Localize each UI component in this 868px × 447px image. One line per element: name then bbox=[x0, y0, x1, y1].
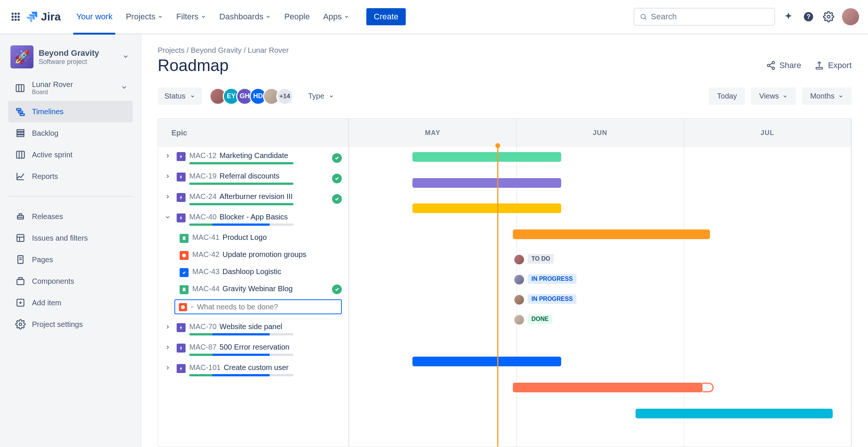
child-row[interactable]: MAC-44 Gravity Webinar Blog bbox=[158, 280, 348, 297]
breadcrumb[interactable]: Projects / Beyond Gravity / Lunar Rover bbox=[158, 46, 852, 55]
timeline-bar[interactable] bbox=[412, 152, 561, 162]
epic-row[interactable]: MAC-70 Website side panel bbox=[158, 318, 348, 338]
issue-key[interactable]: MAC-40 bbox=[189, 213, 216, 221]
issue-key[interactable]: MAC-70 bbox=[189, 322, 216, 331]
svg-rect-22 bbox=[17, 135, 24, 137]
epic-row[interactable]: MAC-19 Referral discounts bbox=[158, 167, 348, 188]
search-icon bbox=[640, 13, 647, 21]
story-icon bbox=[180, 234, 189, 243]
app-switcher-icon[interactable] bbox=[9, 10, 22, 23]
sidebar-components[interactable]: Components bbox=[8, 270, 133, 292]
chevron-down-icon bbox=[158, 14, 163, 19]
sidebar-releases[interactable]: Releases bbox=[8, 206, 133, 227]
assignee-avatar[interactable] bbox=[514, 255, 524, 264]
share-button[interactable]: Share bbox=[766, 61, 801, 70]
avatar-more[interactable]: +14 bbox=[276, 88, 293, 105]
epic-row[interactable]: MAC-101 Create custom user bbox=[158, 359, 348, 379]
epic-row[interactable]: MAC-12 Marketing Candidate bbox=[158, 147, 348, 167]
sidebar-active-sprint[interactable]: Active sprint bbox=[8, 144, 133, 165]
expand-chevron-icon[interactable] bbox=[165, 365, 173, 372]
done-check-icon bbox=[332, 194, 342, 204]
settings-icon[interactable] bbox=[822, 10, 835, 23]
expand-chevron-icon[interactable] bbox=[165, 344, 173, 351]
inline-create-input[interactable] bbox=[197, 303, 337, 311]
sidebar-reports[interactable]: Reports bbox=[8, 165, 133, 187]
sidebar-add-item[interactable]: Add item bbox=[8, 292, 133, 313]
sidebar-project-settings[interactable]: Project settings bbox=[8, 313, 133, 335]
create-button[interactable]: Create bbox=[366, 8, 406, 25]
expand-chevron-icon[interactable] bbox=[165, 214, 173, 221]
epic-row[interactable]: MAC-24 Afterburner revision III bbox=[158, 188, 348, 208]
issue-key[interactable]: MAC-44 bbox=[192, 284, 219, 293]
inline-create[interactable] bbox=[174, 299, 342, 314]
assignee-avatar[interactable] bbox=[514, 275, 524, 284]
sidebar-timelines[interactable]: Timelines bbox=[8, 101, 133, 122]
progress-bar bbox=[189, 354, 293, 356]
export-button[interactable]: Export bbox=[814, 61, 852, 70]
issue-title: Blocker - App Basics bbox=[219, 213, 287, 221]
board-name: Lunar Rover bbox=[32, 80, 73, 89]
nav-filters[interactable]: Filters bbox=[170, 0, 213, 34]
svg-point-39 bbox=[19, 323, 22, 326]
board-switcher[interactable]: Lunar Rover Board bbox=[8, 77, 133, 99]
issue-key[interactable]: MAC-101 bbox=[189, 363, 221, 372]
chevron-down-icon bbox=[838, 94, 843, 99]
epic-row[interactable]: MAC-40 Blocker - App Basics bbox=[158, 208, 348, 229]
issue-key[interactable]: MAC-24 bbox=[189, 192, 216, 201]
timeline-bar[interactable] bbox=[636, 409, 833, 418]
type-filter[interactable]: Type bbox=[308, 92, 334, 100]
expand-chevron-icon[interactable] bbox=[165, 173, 173, 180]
today-button[interactable]: Today bbox=[709, 87, 745, 105]
nav-projects[interactable]: Projects bbox=[119, 0, 169, 34]
issue-key[interactable]: MAC-19 bbox=[189, 172, 216, 180]
issue-key[interactable]: MAC-41 bbox=[192, 233, 219, 242]
expand-chevron-icon[interactable] bbox=[165, 324, 173, 331]
assignee-avatar[interactable] bbox=[514, 315, 524, 325]
svg-rect-14 bbox=[16, 84, 24, 91]
assignee-filter[interactable]: EYGHHD+14 bbox=[209, 88, 293, 105]
project-switcher[interactable]: 🚀 Beyond Gravity Software project bbox=[8, 44, 133, 75]
child-row[interactable]: MAC-43 Dashloop Logistic bbox=[158, 263, 348, 280]
zoom-dropdown[interactable]: Months bbox=[802, 87, 852, 105]
status-filter[interactable]: Status bbox=[158, 87, 202, 105]
svg-rect-1 bbox=[15, 13, 16, 15]
search-input[interactable] bbox=[651, 12, 769, 22]
notifications-icon[interactable] bbox=[782, 10, 795, 23]
child-row[interactable]: MAC-41 Product Logo bbox=[158, 229, 348, 246]
bug-icon bbox=[180, 251, 189, 260]
help-icon[interactable]: ? bbox=[802, 10, 815, 23]
expand-chevron-icon[interactable] bbox=[165, 194, 173, 201]
epic-row[interactable]: MAC-87 500 Error reservation bbox=[158, 338, 348, 359]
search-box[interactable] bbox=[634, 8, 775, 26]
ship-icon bbox=[15, 211, 26, 222]
expand-chevron-icon[interactable] bbox=[165, 153, 173, 160]
svg-point-42 bbox=[772, 67, 775, 70]
views-dropdown[interactable]: Views bbox=[751, 87, 796, 105]
timeline-bar[interactable] bbox=[412, 178, 561, 188]
chevron-down-icon[interactable] bbox=[190, 305, 194, 309]
sidebar-pages[interactable]: Pages bbox=[8, 249, 133, 270]
nav-your-work[interactable]: Your work bbox=[70, 0, 119, 34]
nav-dashboards[interactable]: Dashboards bbox=[213, 0, 278, 34]
svg-rect-8 bbox=[17, 19, 19, 20]
timeline-bar[interactable] bbox=[513, 229, 710, 239]
timeline-bar[interactable] bbox=[513, 383, 703, 392]
issue-key[interactable]: MAC-43 bbox=[192, 267, 219, 276]
child-row[interactable]: MAC-42 Update promotion groups bbox=[158, 246, 348, 263]
component-icon bbox=[15, 276, 26, 287]
assignee-avatar[interactable] bbox=[514, 295, 524, 305]
nav-apps[interactable]: Apps bbox=[316, 0, 356, 34]
issue-key[interactable]: MAC-87 bbox=[189, 343, 216, 351]
profile-avatar[interactable] bbox=[842, 8, 859, 25]
timeline-bar[interactable] bbox=[412, 203, 561, 213]
jira-logo[interactable]: Jira bbox=[25, 10, 61, 23]
issue-key[interactable]: MAC-12 bbox=[189, 151, 216, 160]
issue-key[interactable]: MAC-42 bbox=[192, 250, 219, 259]
issue-title: Marketing Candidate bbox=[219, 151, 288, 160]
sidebar-backlog[interactable]: Backlog bbox=[8, 122, 133, 144]
svg-rect-20 bbox=[17, 130, 24, 132]
timeline-bar[interactable] bbox=[412, 357, 561, 366]
sidebar-issues-and-filters[interactable]: Issues and filters bbox=[8, 227, 133, 249]
nav-people[interactable]: People bbox=[277, 0, 316, 34]
epic-icon bbox=[177, 152, 186, 161]
